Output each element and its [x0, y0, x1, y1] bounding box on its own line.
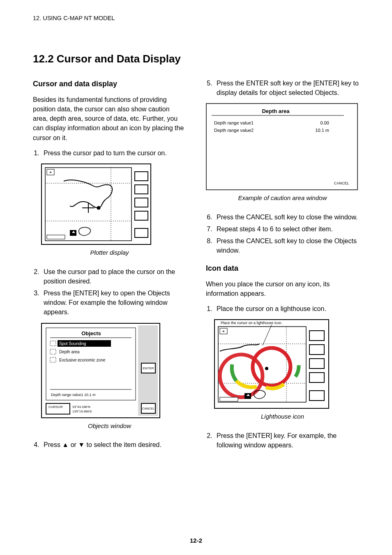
step-2: Use the cursor pad to place the cursor o… — [41, 267, 186, 286]
figure-objects-caption: Objects window — [33, 421, 186, 431]
figure-depth-caption: Example of caution area window — [206, 193, 359, 203]
svg-text:CANCEL: CANCEL — [334, 181, 349, 185]
svg-text:+: + — [222, 329, 225, 334]
step-a1: Place the cursor on a lighthouse icon. — [214, 304, 359, 313]
svg-rect-57 — [220, 397, 238, 401]
svg-text:33°43.286'N: 33°43.286'N — [72, 405, 90, 409]
svg-text:+: + — [49, 170, 52, 175]
figure-plotter: + — [41, 164, 186, 245]
svg-text:Depth range value1: Depth range value1 — [214, 120, 254, 125]
svg-point-55 — [265, 367, 268, 370]
page-number: 12-2 — [33, 536, 359, 545]
svg-text:Depth range value2: Depth range value2 — [214, 128, 254, 133]
svg-text:Depth area: Depth area — [59, 350, 80, 354]
svg-rect-38 — [206, 104, 357, 190]
section-title: 12.2 Cursor and Data Display — [33, 51, 359, 67]
figure-lighthouse: Place the cursor on a lighthouse icon. + — [214, 319, 359, 409]
step-4-join: or — [69, 441, 78, 448]
svg-text:Spot Sounding: Spot Sounding — [59, 341, 86, 346]
arrow-down-icon: ▼ — [78, 441, 85, 448]
svg-rect-13 — [135, 185, 148, 194]
svg-text:10.1 m: 10.1 m — [315, 128, 329, 133]
svg-text:CANCEL: CANCEL — [142, 407, 154, 410]
figure-plotter-caption: Plotter display — [33, 248, 186, 257]
arrow-up-icon: ▲ — [62, 441, 69, 448]
step-8: Press the CANCEL soft key to close the O… — [214, 236, 359, 255]
step-6: Press the CANCEL soft key to close the w… — [214, 212, 359, 222]
svg-text:Exclusive economic zone: Exclusive economic zone — [59, 358, 106, 362]
step-a2: Press the [ENTER] key. For example, the … — [214, 431, 359, 450]
svg-rect-58 — [309, 331, 324, 341]
step-4: Press ▲ or ▼ to select the item desired. — [41, 440, 186, 449]
figure-objects-window: Objects Spot Sounding Depth area Exclusi — [41, 323, 186, 418]
step-7: Repeat steps 4 to 6 to select other item… — [214, 224, 359, 234]
figure-lighthouse-caption: Lighthouse icon — [206, 412, 359, 421]
right-column: Press the ENTER soft key or the [ENTER] … — [206, 78, 359, 456]
svg-rect-15 — [135, 211, 148, 220]
left-column: Cursor and data display Besides its fund… — [33, 78, 186, 456]
svg-text:Place the cursor on a lighthou: Place the cursor on a lighthouse icon. — [221, 321, 282, 325]
step-4-pre: Press — [44, 441, 62, 448]
step-3: Press the [ENTER] key to open the Object… — [41, 288, 186, 317]
step-4-post: to select the item desired. — [85, 441, 161, 448]
step-1: Press the cursor pad to turn the cursor … — [41, 148, 186, 158]
svg-text:ENTER: ENTER — [143, 366, 154, 370]
svg-rect-16 — [135, 228, 148, 237]
svg-text:CURSOR: CURSOR — [48, 405, 63, 409]
svg-rect-60 — [309, 359, 324, 368]
svg-rect-61 — [309, 373, 324, 382]
svg-text:Depth range value1  10.1 m: Depth range value1 10.1 m — [51, 393, 96, 397]
svg-text:0.00: 0.00 — [321, 120, 329, 125]
svg-rect-59 — [309, 345, 324, 355]
svg-rect-11 — [47, 235, 65, 239]
figure-depth-area: Depth area Depth range value10.00 Depth … — [206, 103, 359, 190]
running-head: 12. USING C-MAP NT MODEL — [33, 14, 359, 23]
subhead-cursor-data: Cursor and data display — [33, 78, 186, 89]
step-5: Press the ENTER soft key or the [ENTER] … — [214, 78, 359, 97]
objects-title: Objects — [81, 330, 101, 336]
subhead-icon-data: Icon data — [206, 263, 359, 274]
intro-paragraph: Besides its fundamental functions of pro… — [33, 95, 186, 143]
svg-rect-62 — [309, 391, 324, 401]
svg-rect-14 — [135, 198, 148, 207]
svg-point-9 — [97, 206, 100, 209]
icon-data-paragraph: When you place the cursor on any icon, i… — [206, 279, 359, 298]
svg-rect-12 — [135, 172, 148, 181]
svg-text:135°19.896'E: 135°19.896'E — [72, 410, 92, 413]
svg-text:Depth area: Depth area — [262, 108, 290, 114]
